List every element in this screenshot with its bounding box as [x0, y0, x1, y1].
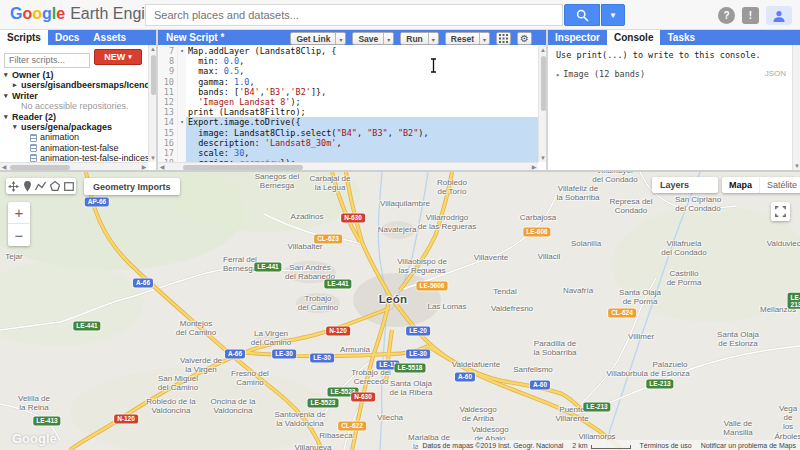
map-canvas[interactable]: Sanegos del BernesgaCarbajal de la Legua… — [0, 172, 800, 450]
new-script-button[interactable]: NEW ▾ — [94, 49, 142, 65]
scripts-panel: ScriptsDocsAssets NEW ▾ ▾Owner (1)▸users… — [0, 30, 156, 170]
rectangle-tool-icon[interactable] — [64, 182, 74, 191]
zoom-out-button[interactable]: − — [8, 224, 30, 246]
zoom-in-button[interactable]: + — [8, 202, 30, 224]
expand-arrow-icon[interactable]: ▸ — [556, 71, 560, 79]
polygon-tool-icon[interactable] — [50, 181, 60, 191]
line-number: 12 — [158, 97, 178, 107]
map-type-satellite-button[interactable]: Satélite — [759, 177, 800, 193]
script-tree-section[interactable]: ▾Owner (1) — [0, 70, 148, 80]
mouse-cursor — [429, 58, 438, 73]
token-plain: Export.image.toDrive({ — [188, 117, 301, 127]
fold-gutter — [178, 56, 186, 66]
code-line: 15 image: Landsat8Clip.select("B4", "B3"… — [158, 128, 538, 138]
search-icon — [576, 9, 589, 22]
layers-button[interactable]: Layers — [652, 177, 718, 193]
feedback-button[interactable]: ! — [742, 7, 759, 24]
line-number: 9 — [158, 66, 178, 76]
fold-gutter — [178, 107, 186, 117]
tree-item-label: No accessible repositories. — [21, 101, 129, 111]
pan-tool-icon[interactable] — [8, 181, 19, 192]
line-number: 14 — [158, 117, 178, 127]
json-link[interactable]: JSON — [765, 69, 786, 78]
terms-link[interactable]: Términos de uso — [640, 442, 692, 449]
script-file-icon — [30, 144, 37, 152]
token-number: 1.0 — [234, 77, 249, 87]
logo-letter: e — [56, 5, 65, 22]
script-title: New Script * — [158, 30, 224, 45]
new-button-label: NEW — [104, 52, 125, 62]
code-line: 9 max: 0.5, — [158, 66, 538, 76]
script-tree-file[interactable]: animation-test-false — [0, 143, 148, 153]
geometry-imports-button[interactable]: Geometry Imports — [84, 178, 180, 195]
console-panel: InspectorConsoleTasks Use print(...) to … — [548, 30, 800, 170]
run-button[interactable]: Run▾ — [400, 32, 439, 45]
token-plain: ), — [418, 128, 428, 138]
gear-icon: ⚙ — [520, 33, 529, 44]
token-plain: , — [357, 128, 367, 138]
script-tree-repo[interactable]: ▾users/gena/packages — [0, 122, 148, 132]
editor-vertical-scrollbar[interactable]: ▲▼ — [538, 46, 546, 162]
tab-inspector[interactable]: Inspector — [548, 30, 607, 45]
report-problem-link[interactable]: Notificar un problema de Maps — [701, 442, 796, 449]
fold-gutter — [178, 87, 186, 97]
chevron-down-icon: ▾ — [128, 53, 132, 61]
expand-arrow-icon[interactable]: ▸ — [13, 80, 21, 90]
fold-arrow-icon[interactable]: ▾ — [178, 46, 186, 56]
console-hint: Use print(...) to write to this console. — [548, 45, 792, 60]
tree-item-label: animation-test-false — [40, 143, 119, 153]
editor-buttons: Get Link▾Save▾Run▾Reset▾ ⚙ — [290, 32, 532, 45]
point-tool-icon[interactable] — [23, 181, 32, 192]
chevron-down-icon: ▼ — [609, 11, 617, 20]
tab-tasks[interactable]: Tasks — [660, 30, 702, 45]
script-tree-section[interactable]: ▾Writer — [0, 91, 148, 101]
line-number: 8 — [158, 56, 178, 66]
tab-docs[interactable]: Docs — [48, 30, 86, 45]
editor-horizontal-scrollbar[interactable]: ◀▶ — [158, 162, 538, 170]
fold-arrow-icon[interactable]: ▾ — [178, 117, 186, 127]
script-tree-repo[interactable]: ▸users/gisandbeersmaps/Icendi... — [0, 80, 148, 90]
tab-assets[interactable]: Assets — [86, 30, 133, 45]
script-tree-note: No accessible repositories. — [0, 101, 148, 111]
avatar[interactable] — [766, 6, 792, 25]
token-plain: , — [336, 138, 341, 148]
editor-header: New Script * Get Link▾Save▾Run▾Reset▾ ⚙ — [158, 30, 546, 45]
line-number: 10 — [158, 77, 178, 87]
logo-letter: o — [32, 5, 42, 22]
token-plain: , — [239, 56, 244, 66]
tab-console[interactable]: Console — [607, 30, 660, 45]
code-line: 13print (Landsat8Filtro); — [158, 107, 538, 117]
apps-grid-button[interactable] — [496, 32, 511, 45]
line-tool-icon[interactable] — [35, 181, 46, 191]
search-input[interactable] — [146, 5, 562, 25]
reset-button[interactable]: Reset▾ — [445, 32, 490, 45]
get-link-button[interactable]: Get Link▾ — [290, 32, 346, 45]
token-plain: bands: [ — [188, 87, 239, 97]
tree-item-label: animation — [40, 132, 79, 142]
collapse-arrow-icon[interactable]: ▾ — [4, 112, 12, 122]
save-button[interactable]: Save▾ — [352, 32, 394, 45]
search-button[interactable] — [564, 4, 600, 26]
scripts-horizontal-scrollbar[interactable]: ◀▶ — [0, 162, 148, 170]
script-tree-section[interactable]: ▾Reader (2) — [0, 112, 148, 122]
collapse-arrow-icon[interactable]: ▾ — [13, 122, 21, 132]
scripts-vertical-scrollbar[interactable]: ▲▼ — [148, 45, 156, 162]
token-plain: , — [239, 66, 244, 76]
console-vertical-scrollbar[interactable]: ▼ — [792, 45, 800, 170]
filter-scripts-input[interactable] — [4, 53, 90, 68]
settings-button[interactable]: ⚙ — [517, 32, 532, 45]
search-dropdown-button[interactable]: ▼ — [601, 4, 625, 26]
map-type-map-button[interactable]: Mapa — [722, 177, 759, 193]
script-tree-file[interactable]: animation — [0, 132, 148, 142]
token-string: "B3" — [367, 128, 387, 138]
scale-bar: 2 km — [572, 442, 630, 449]
tab-scripts[interactable]: Scripts — [0, 30, 48, 45]
help-button[interactable]: ? — [718, 7, 735, 24]
map-type-control: Mapa Satélite — [722, 177, 800, 193]
collapse-arrow-icon[interactable]: ▾ — [4, 91, 12, 101]
collapse-arrow-icon[interactable]: ▾ — [4, 70, 12, 80]
script-tree-file[interactable]: animation-test-false-indices — [0, 153, 148, 162]
fullscreen-button[interactable] — [771, 202, 790, 221]
search-box — [145, 4, 563, 26]
code-area[interactable]: 7▾Map.addLayer (Landsat8Clip, {8 min: 0.… — [158, 46, 538, 162]
